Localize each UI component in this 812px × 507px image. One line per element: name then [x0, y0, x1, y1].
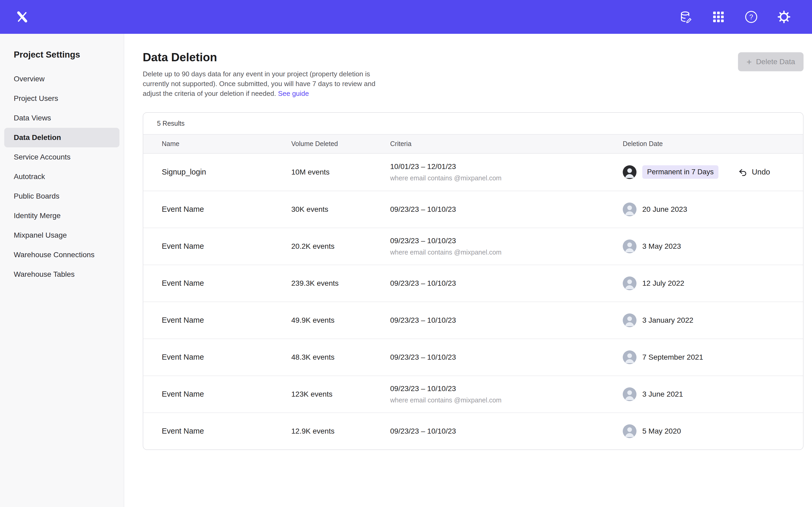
row-criteria: 09/23/23 – 10/10/23: [390, 279, 623, 288]
row-name: Event Name: [162, 390, 291, 398]
avatar: [623, 425, 637, 438]
row-criteria-range: 09/23/23 – 10/10/23: [390, 205, 623, 214]
deletion-date-text: 7 September 2021: [642, 353, 703, 361]
sidebar-item-data-views[interactable]: Data Views: [4, 108, 119, 128]
sidebar-item-public-boards[interactable]: Public Boards: [4, 186, 119, 206]
row-criteria-range: 09/23/23 – 10/10/23: [390, 279, 623, 288]
avatar: [623, 239, 637, 253]
table-row: Event Name 239.3K events 09/23/23 – 10/1…: [143, 265, 803, 301]
row-criteria-range: 09/23/23 – 10/10/23: [390, 384, 623, 393]
sidebar-item-label: Warehouse Tables: [14, 270, 74, 278]
mixpanel-logo[interactable]: [15, 9, 30, 24]
row-criteria: 09/23/23 – 10/10/23 where email contains…: [390, 384, 623, 404]
row-volume-deleted: 48.3K events: [291, 353, 390, 361]
table-body: Signup_login 10M events 10/01/23 – 12/01…: [143, 154, 803, 449]
row-deletion-date: 20 June 2023: [623, 203, 793, 216]
sidebar: Project Settings Overview Project Users …: [0, 34, 124, 507]
sidebar-item-data-deletion[interactable]: Data Deletion: [4, 128, 119, 147]
row-volume-deleted: 49.9K events: [291, 316, 390, 325]
sidebar-item-warehouse-tables[interactable]: Warehouse Tables: [4, 265, 119, 284]
app-grid-icon[interactable]: [712, 10, 725, 24]
plus-icon: +: [747, 57, 752, 66]
sidebar-item-label: Service Accounts: [14, 153, 70, 161]
data-management-icon[interactable]: [679, 10, 693, 24]
row-name: Event Name: [162, 205, 291, 214]
undo-icon: [738, 167, 748, 177]
row-volume-deleted: 123K events: [291, 390, 390, 398]
avatar: [623, 165, 637, 179]
see-guide-link[interactable]: See guide: [278, 90, 309, 98]
page-description: Delete up to 90 days data for any event …: [143, 69, 378, 99]
table-row: Event Name 20.2K events 09/23/23 – 10/10…: [143, 228, 803, 265]
row-deletion-date: 7 September 2021: [623, 350, 793, 364]
sidebar-title: Project Settings: [0, 50, 124, 69]
row-name: Event Name: [162, 242, 291, 250]
sidebar-item-autotrack[interactable]: Autotrack: [4, 167, 119, 186]
status-badge: Permanent in 7 Days: [642, 165, 718, 179]
sidebar-item-overview[interactable]: Overview: [4, 69, 119, 89]
row-name: Event Name: [162, 279, 291, 288]
sidebar-item-project-users[interactable]: Project Users: [4, 89, 119, 108]
row-criteria-filter: where email contains @mixpanel.com: [390, 248, 623, 257]
row-deletion-date: 5 May 2020: [623, 425, 793, 438]
column-header-name: Name: [162, 140, 291, 148]
table-row: Event Name 48.3K events 09/23/23 – 10/10…: [143, 339, 803, 376]
avatar: [623, 203, 637, 216]
undo-button[interactable]: Undo: [738, 167, 770, 177]
row-volume-deleted: 20.2K events: [291, 242, 390, 250]
row-criteria: 09/23/23 – 10/10/23 where email contains…: [390, 236, 623, 257]
sidebar-item-label: Data Deletion: [14, 133, 61, 142]
sidebar-item-identity-merge[interactable]: Identity Merge: [4, 206, 119, 226]
row-criteria: 10/01/23 – 12/01/23 where email contains…: [390, 162, 623, 182]
row-criteria: 09/23/23 – 10/10/23: [390, 205, 623, 214]
avatar: [623, 314, 637, 327]
avatar: [623, 350, 637, 364]
delete-data-button[interactable]: + Delete Data: [738, 52, 804, 71]
column-header-criteria: Criteria: [390, 140, 623, 148]
table-header-row: Name Volume Deleted Criteria Deletion Da…: [143, 134, 803, 154]
row-criteria-filter: where email contains @mixpanel.com: [390, 174, 623, 182]
row-criteria-range: 09/23/23 – 10/10/23: [390, 427, 623, 436]
deletion-date-text: 3 May 2023: [642, 242, 681, 250]
sidebar-item-service-accounts[interactable]: Service Accounts: [4, 147, 119, 167]
row-deletion-date: 12 July 2022: [623, 277, 793, 290]
help-icon[interactable]: ?: [744, 10, 758, 24]
row-criteria: 09/23/23 – 10/10/23: [390, 427, 623, 436]
sidebar-item-label: Overview: [14, 75, 45, 83]
row-name: Event Name: [162, 353, 291, 361]
deletion-date-text: 20 June 2023: [642, 205, 687, 214]
svg-text:?: ?: [749, 13, 753, 21]
row-volume-deleted: 12.9K events: [291, 427, 390, 436]
row-criteria-range: 09/23/23 – 10/10/23: [390, 316, 623, 325]
sidebar-nav: Overview Project Users Data Views Data D…: [0, 69, 124, 284]
deletion-date-text: 12 July 2022: [642, 279, 684, 288]
sidebar-item-label: Project Users: [14, 94, 58, 103]
row-volume-deleted: 10M events: [291, 168, 390, 176]
settings-gear-icon[interactable]: [777, 10, 791, 24]
row-name: Event Name: [162, 316, 291, 325]
table-row: Event Name 30K events 09/23/23 – 10/10/2…: [143, 191, 803, 228]
row-name: Signup_login: [162, 168, 291, 176]
sidebar-item-label: Autotrack: [14, 172, 45, 181]
row-criteria: 09/23/23 – 10/10/23: [390, 316, 623, 325]
column-header-volume: Volume Deleted: [291, 140, 390, 148]
sidebar-item-warehouse-connections[interactable]: Warehouse Connections: [4, 245, 119, 265]
deletion-date-text: 3 January 2022: [642, 316, 693, 325]
table-row: Event Name 12.9K events 09/23/23 – 10/10…: [143, 412, 803, 449]
table-row: Event Name 49.9K events 09/23/23 – 10/10…: [143, 301, 803, 339]
delete-data-button-label: Delete Data: [756, 58, 795, 66]
topbar: ?: [0, 0, 812, 34]
page-title: Data Deletion: [143, 51, 804, 64]
sidebar-item-label: Warehouse Connections: [14, 250, 95, 259]
sidebar-item-mixpanel-usage[interactable]: Mixpanel Usage: [4, 226, 119, 245]
row-volume-deleted: 239.3K events: [291, 279, 390, 288]
main-content: Data Deletion Delete up to 90 days data …: [124, 34, 812, 507]
row-criteria-filter: where email contains @mixpanel.com: [390, 396, 623, 404]
page-description-text: Delete up to 90 days data for any event …: [143, 70, 375, 98]
column-header-deletion-date: Deletion Date: [623, 140, 793, 148]
avatar: [623, 277, 637, 290]
row-criteria-range: 09/23/23 – 10/10/23: [390, 352, 623, 362]
deletion-date-text: 3 June 2021: [642, 390, 683, 398]
table-row: Signup_login 10M events 10/01/23 – 12/01…: [143, 154, 803, 191]
sidebar-item-label: Data Views: [14, 114, 51, 122]
